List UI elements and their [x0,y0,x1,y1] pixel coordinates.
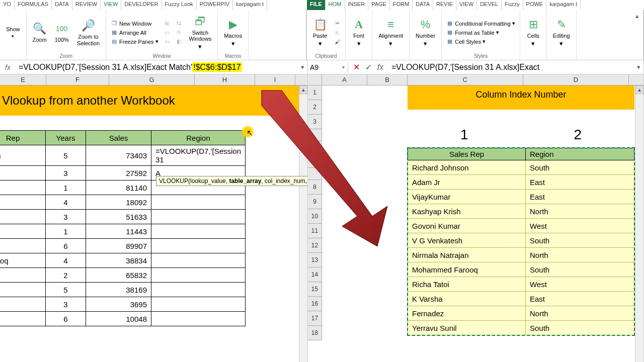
zoom-100-button[interactable]: 100100% [52,21,72,44]
row-header[interactable]: 15 [308,282,322,297]
row-header[interactable]: 13 [308,253,322,267]
table-row[interactable]: Yerravu SunilSouth [408,321,634,335]
scroll-up-icon[interactable]: ▲ [299,85,307,94]
table-row[interactable]: 265832 [0,268,246,283]
table-row[interactable]: nson573403=VLOOKUP(D7,'[Session 31 [0,145,246,166]
tab-view2[interactable]: VIEW [456,0,477,10]
row-header[interactable]: 17 [308,311,322,326]
table-row[interactable]: VijayKumarEast [408,190,634,204]
table-row[interactable]: Kashyap KrishNorth [408,204,634,219]
show-button[interactable]: Show ▾ [3,25,23,39]
row-header[interactable]: 12 [308,238,322,253]
scrollbar-right[interactable]: ▲ [635,85,643,362]
tab-file[interactable]: FILE [307,0,326,10]
row-header[interactable]: 14 [308,267,322,282]
cancel-icon[interactable]: ✕ [351,62,361,72]
macros-button[interactable]: ▶Macros ▾ [221,17,245,48]
zoom-button[interactable]: 🔍Zoom [30,21,50,44]
tab-page[interactable]: PAGE [368,0,390,10]
row-header[interactable]: 2 [308,100,322,115]
row-header[interactable]: 10 [308,209,322,224]
tab-fuzzy[interactable]: Fuzzy Look [162,0,197,10]
right-data-table[interactable]: Sales Rep Region Richard JohnsonSouthAda… [408,148,634,335]
scrollbar-left[interactable]: ▲ [299,85,307,362]
table-row[interactable]: il610048 [0,312,246,326]
formula-expand-icon[interactable]: ▾ [298,63,307,71]
formula-expand-right-icon[interactable]: ▾ [634,63,643,71]
table-row[interactable]: Adam JrEast [408,175,634,190]
table-row[interactable]: Nirmala NatrajanNorth [408,248,634,262]
format-table-button[interactable]: ▦Format as Table ▾ [445,29,517,37]
table-row[interactable]: ar351633 [0,210,246,224]
cell-styles-button[interactable]: ▦Cell Styles ▾ [445,38,517,46]
row-header[interactable]: 18 [308,326,322,340]
table-row[interactable]: sh418092 [0,195,246,210]
row-header[interactable]: 9 [308,195,322,209]
row-header[interactable]: 3 [308,115,322,129]
tab-home[interactable]: HOM [326,0,345,10]
formula-input-left[interactable]: =VLOOKUP(D7,'[Session 31 A.xlsx]Exact Ma… [16,61,298,74]
table-row[interactable]: V G VenkateshSouth [408,233,634,248]
freeze-panes-button[interactable]: ▤Freeze Panes ▾ [109,38,159,46]
table-row[interactable]: Mohammed FarooqSouth [408,262,634,277]
tab-formulas[interactable]: FORMULAS [15,0,52,10]
split-button[interactable]: ⊞ [162,20,172,28]
alignment-button[interactable]: ≡Alignment ▾ [375,17,406,48]
format-painter-button[interactable]: 🖌 [332,38,342,46]
table-row[interactable]: 33695 [0,297,246,312]
tab-user2[interactable]: karpagam t [546,0,581,10]
fx-icon[interactable]: fx [0,63,16,71]
table-row[interactable]: Govoni KumarWest [408,219,634,233]
table-row[interactable]: Farooq438834 [0,253,246,268]
table-row[interactable]: K VarshaEast [408,292,634,306]
tab-devel2[interactable]: DEVEL [477,0,502,10]
cut-button[interactable]: ✂ [332,20,342,28]
row-header[interactable]: 8 [308,180,322,195]
table-row[interactable]: Richard JohnsonSouth [408,160,634,175]
copy-button[interactable]: ⎘ [332,29,342,37]
row-header[interactable]: 6 [308,153,322,168]
zoom-selection-button[interactable]: 🔎Zoom to Selection [74,18,103,47]
row-header[interactable]: 1 [308,85,322,100]
collapse-ribbon-icon[interactable]: ▴ [635,12,639,20]
hide-button[interactable]: ▭ [162,29,172,37]
enter-icon[interactable]: ✓ [363,62,373,72]
conditional-formatting-button[interactable]: ▦Conditional Formatting ▾ [445,20,517,28]
tab-data[interactable]: DATA [52,0,72,10]
table-row[interactable]: ajan689907 [0,239,246,253]
pos-button[interactable]: ◧ [174,38,184,46]
table-row[interactable]: FernadezNorth [408,306,634,321]
sync-button[interactable]: ⇆ [174,20,184,28]
tab-powe2[interactable]: POWE [523,0,547,10]
tab-review[interactable]: REVIEW [72,0,101,10]
table-row[interactable]: Richa TatoiWest [408,277,634,292]
row-header[interactable]: 16 [308,297,322,311]
font-button[interactable]: AFont ▾ [349,17,369,48]
name-box[interactable]: A9▼ [308,62,348,72]
tab-review2[interactable]: REVIE [433,0,456,10]
table-row[interactable]: sh111443 [0,224,246,239]
row-header[interactable] [308,141,322,153]
editing-button[interactable]: ✎Editing ▾ [550,17,573,48]
tab-fuzzy2[interactable]: Fuzzy [502,0,523,10]
tab-insert[interactable]: INSER [345,0,369,10]
arrange-all-button[interactable]: ▦Arrange All [109,29,159,37]
number-button[interactable]: %Number ▾ [413,17,438,48]
reset-button[interactable]: ⟳ [174,29,184,37]
tab-user[interactable]: karpagam t [233,0,267,10]
tab-view[interactable]: VIEW [101,0,121,10]
tab-powerpivot[interactable]: POWERPIV [197,0,233,10]
scroll-up-right-icon[interactable]: ▲ [635,85,643,94]
paste-button[interactable]: 📋Paste ▾ [310,17,330,48]
tab-data2[interactable]: DATA [413,0,433,10]
tab-form[interactable]: FORM [390,0,413,10]
switch-windows-button[interactable]: 🗗Switch Windows ▾ [186,14,215,51]
row-header[interactable]: 11 [308,224,322,238]
tab-developer[interactable]: DEVELOPER [121,0,162,10]
row-header[interactable] [308,168,322,180]
fx-icon-right[interactable]: fx [375,62,385,72]
formula-input-right[interactable]: =VLOOKUP(D7,'[Session 31 A.xlsx]Exact [388,61,634,74]
table-row[interactable]: 538169 [0,283,246,297]
cells-button[interactable]: ⊞Cells ▾ [523,17,543,48]
formula-cell[interactable]: =VLOOKUP(D7,'[Session 31 [151,145,246,166]
